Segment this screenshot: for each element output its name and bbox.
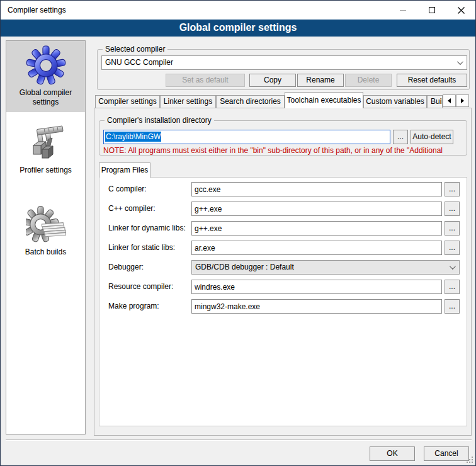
blue-gear-icon	[26, 45, 66, 86]
field-label: Debugger:	[108, 263, 144, 271]
maximize-icon	[429, 7, 435, 13]
chevron-down-icon	[450, 263, 456, 270]
tab-custom-variables[interactable]: Custom variables	[363, 95, 427, 108]
field-row-resource-compiler: Resource compiler: ...	[99, 280, 467, 294]
dynamic-linker-input[interactable]	[191, 221, 442, 236]
installation-dir-selected-text: C:\raylib\MinGW	[105, 132, 161, 142]
tab-linker-settings[interactable]: Linker settings	[160, 95, 216, 108]
arrow-left-icon	[448, 98, 451, 103]
arrow-right-icon	[461, 98, 464, 103]
maximize-button[interactable]	[417, 1, 446, 20]
chevron-down-icon	[457, 59, 463, 65]
minimize-icon	[400, 10, 406, 11]
sidebar-item-batch-builds[interactable]: Batch builds	[6, 200, 85, 262]
ok-button[interactable]: OK	[370, 446, 415, 461]
close-icon	[458, 7, 465, 14]
sidebar-item-profiler-settings[interactable]: Profiler settings	[6, 118, 85, 180]
static-linker-browse-button[interactable]: ...	[445, 241, 460, 255]
selected-compiler-group-label: Selected compiler	[103, 45, 167, 54]
caption-buttons	[388, 1, 475, 20]
tab-scroll-right-button[interactable]	[456, 94, 469, 107]
resource-compiler-browse-button[interactable]: ...	[445, 280, 460, 294]
tab-build-options-truncated[interactable]: Build	[427, 95, 443, 108]
field-label: C compiler:	[108, 185, 147, 193]
delete-button: Delete	[345, 74, 392, 87]
window-title: Compiler settings	[8, 1, 66, 20]
titlebar: Compiler settings	[1, 1, 475, 20]
c-compiler-input[interactable]	[191, 182, 442, 196]
make-program-browse-button[interactable]: ...	[445, 299, 460, 314]
tab-search-directories[interactable]: Search directories	[216, 95, 285, 108]
field-row-c-compiler: C compiler: ...	[99, 182, 467, 196]
rename-button[interactable]: Rename	[297, 74, 344, 87]
dynamic-linker-browse-button[interactable]: ...	[445, 221, 460, 236]
sidebar-item-label: Batch builds	[9, 247, 82, 257]
auto-detect-button[interactable]: Auto-detect	[411, 130, 453, 144]
close-button[interactable]	[446, 1, 475, 20]
field-row-dynamic-linker: Linker for dynamic libs: ...	[99, 221, 467, 236]
compiler-select[interactable]: GNU GCC Compiler	[101, 55, 467, 70]
cancel-button[interactable]: Cancel	[424, 446, 469, 461]
page-title: Global compiler settings	[1, 20, 475, 37]
field-row-make-program: Make program: ...	[99, 299, 467, 314]
field-label: C++ compiler:	[108, 204, 156, 213]
static-linker-input[interactable]	[191, 241, 442, 255]
cpp-compiler-browse-button[interactable]: ...	[445, 202, 460, 216]
set-as-default-button: Set as default	[166, 74, 245, 87]
tab-toolchain-executables[interactable]: Toolchain executables	[285, 92, 363, 108]
resize-grip[interactable]	[467, 457, 468, 458]
tab-compiler-settings[interactable]: Compiler settings	[95, 95, 160, 108]
sidebar-item-label: Global compiler settings	[9, 88, 82, 107]
footer-separator	[6, 440, 472, 441]
debugger-select[interactable]: GDB/CDB debugger : Default	[191, 260, 460, 275]
field-row-debugger: Debugger: GDB/CDB debugger : Default	[99, 260, 467, 275]
installation-dir-browse-button[interactable]: ...	[393, 130, 408, 144]
cpp-compiler-input[interactable]	[191, 202, 442, 216]
sidebar-item-label: Profiler settings	[9, 166, 82, 175]
field-label: Resource compiler:	[108, 282, 173, 291]
installation-directory-group-label: Compiler's installation directory	[105, 116, 214, 125]
minimize-button[interactable]	[388, 1, 417, 20]
subtab-program-files[interactable]: Program Files	[99, 162, 150, 178]
caliper-icon	[26, 123, 66, 163]
field-row-static-linker: Linker for static libs: ...	[99, 241, 467, 255]
copy-button[interactable]: Copy	[249, 74, 296, 87]
field-label: Make program:	[108, 302, 159, 310]
compiler-settings-dialog: Compiler settings Global compiler settin…	[0, 0, 476, 466]
sidebar: Global compiler settings	[6, 40, 86, 435]
debugger-select-value: GDB/CDB debugger : Default	[195, 263, 294, 271]
c-compiler-browse-button[interactable]: ...	[445, 182, 460, 196]
installation-dir-input[interactable]: C:\raylib\MinGW	[103, 130, 390, 144]
installation-dir-note: NOTE: All programs must exist either in …	[103, 146, 456, 156]
tab-scroll-left-button[interactable]	[443, 94, 456, 107]
compiler-select-value: GNU GCC Compiler	[105, 58, 173, 67]
gray-gear-stack-icon	[26, 205, 66, 245]
field-label: Linker for static libs:	[108, 243, 175, 252]
field-label: Linker for dynamic libs:	[108, 224, 186, 232]
resource-compiler-input[interactable]	[191, 280, 442, 294]
field-row-cpp-compiler: C++ compiler: ...	[99, 202, 467, 216]
reset-defaults-button[interactable]: Reset defaults	[397, 74, 467, 87]
make-program-input[interactable]	[191, 299, 442, 314]
sidebar-item-global-compiler-settings[interactable]: Global compiler settings	[6, 41, 85, 112]
